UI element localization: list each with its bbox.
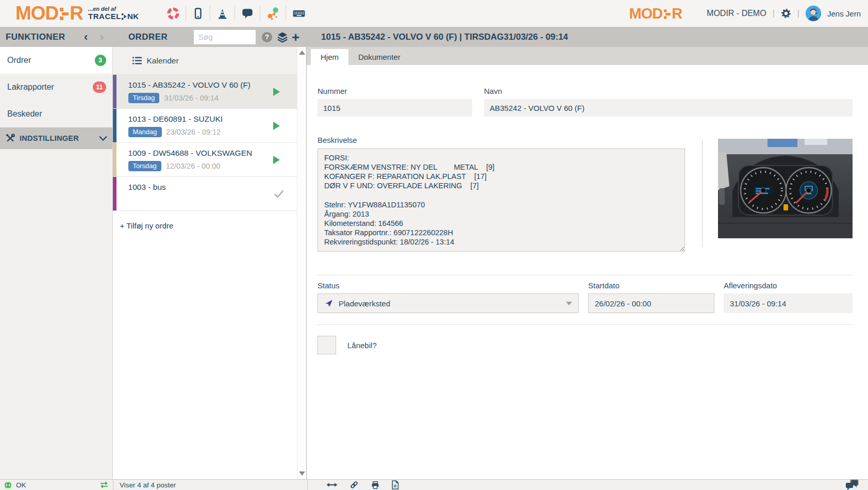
modir-logo: MOD R ...en del af TRACEL NK	[15, 3, 139, 24]
start-order-icon[interactable]	[273, 88, 280, 96]
top-bar: MOD R ...en del af TRACEL NK	[0, 0, 868, 27]
car-dashboard-photo[interactable]	[718, 139, 853, 238]
tab-label: Dokumenter	[358, 53, 400, 61]
order-title: 1013 - DE60891 - SUZUKI	[128, 115, 274, 124]
beskrivelse-label: Beskrivelse	[318, 136, 685, 144]
start-order-icon[interactable]	[273, 122, 280, 130]
layers-icon[interactable]	[276, 31, 289, 43]
order-accent-bar	[113, 143, 116, 176]
share-network-icon[interactable]	[260, 7, 286, 21]
laanebil-checkbox[interactable]	[318, 336, 336, 354]
order-list-item[interactable]: 1015 - AB35242 - VOLVO V 60 (F) Tirsdag …	[113, 75, 297, 109]
detail-tabs: Hjem Dokumenter	[307, 47, 868, 65]
navn-label: Navn	[484, 87, 853, 95]
beskrivelse-textarea[interactable]: FORSI: FORSKÆRM VENSTRE: NY DEL METAL [9…	[318, 149, 685, 252]
order-list-item[interactable]: 1009 - DW54688 - VOLKSWAGEN Torsdag 12/0…	[113, 143, 297, 177]
modir-colon-glyph-icon	[60, 7, 69, 21]
record-count-section: Viser 4 af 4 poster	[113, 480, 308, 490]
order-title: 1015 - AB35242 - VOLVO V 60 (F)	[128, 80, 274, 90]
dropdown-caret-icon	[566, 302, 572, 305]
pdf-file-icon[interactable]	[391, 480, 399, 489]
nummer-field[interactable]: 1015	[318, 99, 472, 117]
account-area: MOD R MODIR - DEMO | | Jens Jern	[629, 0, 861, 27]
gear-icon[interactable]	[781, 8, 791, 19]
swap-arrows-icon[interactable]	[99, 481, 109, 488]
add-order-button[interactable]: + Tilføj ny ordre	[113, 211, 297, 230]
user-avatar[interactable]	[806, 6, 821, 21]
sidebar-item-label: Beskeder	[7, 109, 42, 119]
help-icon[interactable]: ?	[262, 32, 272, 42]
count-badge: 11	[93, 81, 106, 93]
divider	[318, 324, 853, 325]
resize-horizontal-icon[interactable]	[326, 481, 338, 488]
day-badge: Tirsdag	[128, 93, 160, 103]
afleveringsdato-label: Afleveringsdato	[724, 281, 853, 290]
status-bar: OK Viser 4 af 4 poster	[0, 479, 868, 490]
section-toolbar: FUNKTIONER ‹ › ORDRER ? + 1015 - AB35242…	[0, 27, 868, 47]
afleveringsdato-field[interactable]: 31/03/26 - 09:14	[724, 293, 853, 313]
sidebar-item-ordrer[interactable]: Ordrer 3	[0, 47, 112, 74]
user-name: Jens Jern	[827, 9, 861, 18]
navn-field[interactable]: AB35242 - VOLVO V 60 (F)	[484, 99, 853, 117]
statusbar-actions	[308, 480, 399, 490]
start-order-icon[interactable]	[273, 156, 280, 164]
chat-windows-section	[844, 479, 868, 490]
search-input[interactable]	[194, 30, 256, 44]
modir-colon-glyph-icon	[664, 9, 671, 20]
functions-sidebar: Ordrer 3 Lakrapporter 11 Beskeder INDSTI…	[0, 47, 113, 479]
paper-plane-icon	[324, 299, 333, 308]
startdato-field[interactable]: 26/02/26 - 00:00	[588, 293, 714, 313]
keyboard-icon[interactable]	[286, 7, 312, 20]
order-datetime: 12/03/26 - 00:00	[166, 162, 221, 170]
tagline-line2: TRACEL NK	[88, 12, 139, 21]
order-detail-title: 1015 - AB35242 - VOLVO V 60 (F) | TIRSDA…	[321, 32, 568, 42]
topbar-icon-row	[161, 0, 312, 27]
order-form: Nummer 1015 Navn AB35242 - VOLVO V 60 (F…	[307, 65, 868, 354]
tab-dokumenter[interactable]: Dokumenter	[348, 49, 410, 65]
order-title: 1003 - bus	[128, 183, 274, 192]
tracelink-tagline: ...en del af TRACEL NK	[88, 6, 139, 20]
environment-label: MODIR - DEMO	[707, 9, 766, 18]
nummer-label: Nummer	[318, 87, 472, 95]
expand-right-icon[interactable]: ›	[100, 31, 104, 43]
link-icon[interactable]	[349, 480, 359, 490]
record-count-text: Viser 4 af 4 poster	[120, 481, 176, 489]
traffic-cone-icon[interactable]	[210, 7, 235, 20]
modir-logo-text: MOD R	[15, 3, 83, 24]
calendar-label: Kalender	[147, 56, 179, 66]
status-label: Status	[318, 281, 579, 290]
add-icon[interactable]: +	[292, 30, 299, 44]
sidebar-item-beskeder[interactable]: Beskeder	[0, 101, 112, 127]
scroll-up-icon[interactable]	[299, 51, 305, 55]
divider	[702, 140, 703, 247]
order-list-item[interactable]: 1003 - bus	[113, 177, 297, 211]
status-ok-text: OK	[16, 481, 26, 489]
tools-icon	[5, 133, 15, 143]
divider: |	[797, 9, 799, 18]
printer-icon[interactable]	[371, 481, 380, 489]
scroll-down-icon[interactable]	[299, 471, 305, 476]
status-value: Pladeværksted	[339, 299, 390, 308]
smartphone-icon[interactable]	[186, 7, 210, 20]
modir-logo-right: MOD R	[629, 5, 682, 22]
sidebar-item-settings[interactable]: INDSTILLINGER	[0, 127, 112, 149]
tab-label: Hjem	[321, 53, 339, 61]
order-list-item[interactable]: 1013 - DE60891 - SUZUKI Mandag 23/03/26 …	[113, 109, 297, 143]
status-select[interactable]: Pladeværksted	[318, 293, 579, 313]
order-detail-panel: Hjem Dokumenter Nummer 1015 Navn AB35242…	[306, 47, 868, 479]
sidebar-item-lakrapporter[interactable]: Lakrapporter 11	[0, 74, 112, 101]
chat-windows-icon[interactable]	[844, 479, 860, 490]
tab-hjem[interactable]: Hjem	[311, 49, 348, 65]
collapse-left-icon[interactable]: ‹	[84, 31, 88, 43]
tracelink-glyph-icon	[122, 13, 127, 20]
divider: |	[773, 9, 775, 18]
lifebuoy-icon[interactable]	[161, 7, 186, 20]
completed-check-icon	[273, 188, 285, 200]
calendar-view-toggle[interactable]: Kalender	[113, 47, 297, 75]
chat-bubble-icon[interactable]	[235, 7, 260, 20]
startdato-label: Startdato	[588, 281, 714, 290]
list-scrollbar[interactable]	[297, 47, 306, 479]
laanebil-label: Lånebil?	[347, 341, 377, 350]
order-datetime: 23/03/26 - 09:12	[166, 128, 221, 136]
logo-left: MOD	[15, 3, 58, 24]
